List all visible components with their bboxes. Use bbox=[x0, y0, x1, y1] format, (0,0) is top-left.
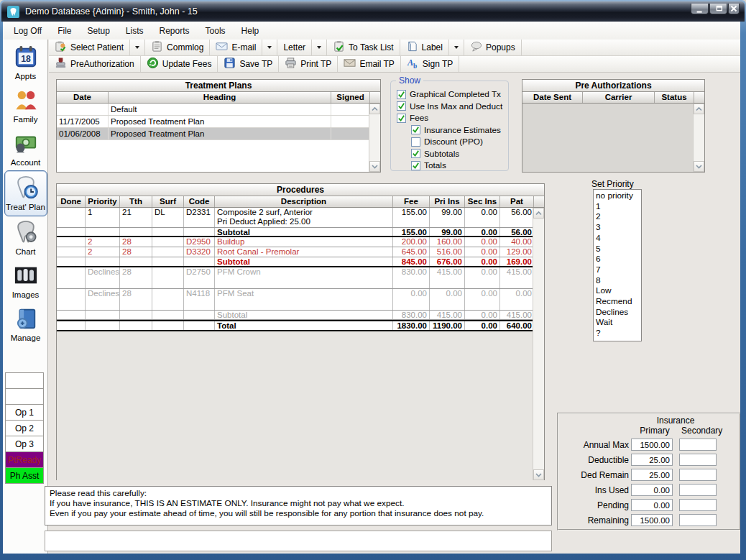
priority-option-low[interactable]: Low bbox=[596, 285, 641, 296]
scroll-up-button[interactable] bbox=[369, 104, 380, 114]
procedure-row[interactable]: Subtotal830.00415.000.00415.00 bbox=[57, 311, 534, 320]
letter-dropdown-arrow[interactable] bbox=[311, 40, 326, 55]
procedure-row[interactable]: Subtotal155.0099.000.0056.00 bbox=[57, 228, 534, 237]
print-tp-button[interactable]: Print TP bbox=[279, 56, 338, 72]
procedure-row[interactable]: Subtotal845.00676.000.00169.00 bbox=[57, 257, 534, 267]
letter-button[interactable]: Letter bbox=[277, 40, 327, 55]
treatment-plan-row[interactable]: Default bbox=[57, 104, 380, 116]
priority-option-wait[interactable]: Wait bbox=[596, 317, 641, 328]
insurance-primary-value[interactable]: 1500.00 bbox=[631, 439, 673, 451]
show-option-use-ins-max-and-deduct[interactable]: Use Ins Max and Deduct bbox=[397, 101, 508, 113]
module-manage[interactable]: Manage bbox=[4, 303, 47, 346]
checked-checkbox[interactable] bbox=[411, 149, 420, 158]
commlog-button[interactable]: Commlog bbox=[145, 40, 210, 55]
scroll-down-button[interactable] bbox=[694, 161, 704, 172]
show-option-insurance-estimates[interactable]: Insurance Estimates bbox=[411, 124, 508, 137]
show-option-subtotals[interactable]: Subtotals bbox=[411, 148, 508, 160]
show-option-graphical-completed-tx[interactable]: Graphical Completed Tx bbox=[397, 88, 508, 101]
priority-option-recmend[interactable]: Recmend bbox=[596, 296, 641, 307]
menu-reports[interactable]: Reports bbox=[152, 24, 198, 38]
scroll-down-button[interactable] bbox=[533, 469, 544, 480]
checked-checkbox[interactable] bbox=[397, 114, 406, 123]
procedure-row[interactable]: 228D2950Buildup200.00160.000.0040.00 bbox=[57, 237, 534, 247]
treatment-plan-row[interactable]: 01/06/2008Proposed Treatment Plan bbox=[57, 128, 380, 140]
preauthorization-button[interactable]: PreAuthorization bbox=[49, 56, 141, 72]
op-cell-ph-asst[interactable]: Ph Asst bbox=[5, 467, 44, 484]
procedure-row[interactable]: Declines28N4118PFM Seat0.000.000.000.00 bbox=[57, 289, 534, 311]
menu-tools[interactable]: Tools bbox=[198, 24, 234, 38]
checked-checkbox[interactable] bbox=[397, 101, 406, 111]
insurance-primary-value[interactable]: 25.00 bbox=[631, 454, 673, 466]
treatment-plan-row[interactable]: 11/17/2005Proposed Treatment Plan bbox=[57, 116, 380, 128]
menu-help[interactable]: Help bbox=[234, 24, 267, 38]
procedure-row[interactable]: 121DLD2331Composite 2 surf, AnteriorPri … bbox=[57, 208, 534, 228]
priority-option-3[interactable]: 3 bbox=[596, 222, 641, 233]
op-cell-ptready[interactable]: PtReady bbox=[5, 451, 44, 468]
priority-option-7[interactable]: 7 bbox=[596, 265, 641, 275]
insurance-secondary-value[interactable] bbox=[679, 439, 717, 451]
label-dropdown-arrow[interactable] bbox=[448, 40, 464, 55]
unchecked-checkbox[interactable] bbox=[411, 137, 420, 147]
op-cell-op-3[interactable]: Op 3 bbox=[5, 436, 44, 452]
scrollbar[interactable] bbox=[693, 104, 704, 172]
insurance-secondary-value[interactable] bbox=[679, 484, 717, 496]
show-option-totals[interactable]: Totals bbox=[411, 160, 508, 172]
minimize-button[interactable] bbox=[691, 4, 709, 14]
update-fees-button[interactable]: Update Fees bbox=[141, 56, 218, 72]
bottom-note-input[interactable] bbox=[45, 531, 552, 551]
scroll-up-button[interactable] bbox=[533, 208, 544, 219]
checked-checkbox[interactable] bbox=[397, 90, 406, 99]
scroll-track[interactable] bbox=[694, 114, 704, 161]
scroll-up-button[interactable] bbox=[694, 104, 704, 114]
restore-button[interactable] bbox=[709, 4, 727, 14]
checked-checkbox[interactable] bbox=[411, 125, 420, 134]
menu-file[interactable]: File bbox=[50, 24, 79, 38]
menu-lists[interactable]: Lists bbox=[118, 24, 152, 38]
module-treat-plan[interactable]: Treat' Plan bbox=[4, 170, 47, 216]
insurance-primary-value[interactable]: 1500.00 bbox=[631, 514, 673, 526]
op-cell-blank[interactable] bbox=[5, 388, 44, 405]
show-option-discount-ppo[interactable]: Discount (PPO) bbox=[411, 136, 508, 148]
insurance-primary-value[interactable]: 0.00 bbox=[631, 484, 673, 496]
op-cell-blank[interactable] bbox=[5, 372, 44, 389]
priority-option-4[interactable]: 4 bbox=[596, 233, 641, 244]
priority-option-2[interactable]: 2 bbox=[596, 211, 641, 222]
procedure-row[interactable]: Declines28D2750PFM Crown830.00415.000.00… bbox=[57, 267, 534, 289]
priority-option-5[interactable]: 5 bbox=[596, 244, 641, 254]
select-patient-button[interactable]: Select Patient bbox=[49, 40, 145, 55]
show-option-fees[interactable]: Fees bbox=[397, 112, 508, 124]
checked-checkbox[interactable] bbox=[411, 161, 420, 170]
select-patient-dropdown-arrow[interactable] bbox=[129, 40, 144, 55]
insurance-secondary-value[interactable] bbox=[679, 454, 717, 466]
scroll-track[interactable] bbox=[369, 114, 380, 161]
menu-log-off[interactable]: Log Off bbox=[6, 24, 50, 38]
save-tp-button[interactable]: Save TP bbox=[218, 56, 279, 72]
label-button[interactable]: Label bbox=[400, 40, 464, 55]
insurance-primary-value[interactable]: 25.00 bbox=[631, 469, 673, 481]
module-family[interactable]: Family bbox=[4, 84, 47, 127]
priority-option-6[interactable]: 6 bbox=[596, 254, 641, 265]
scrollbar[interactable] bbox=[533, 208, 544, 480]
scrollbar[interactable] bbox=[369, 104, 380, 172]
insurance-secondary-value[interactable] bbox=[679, 469, 717, 481]
close-button[interactable] bbox=[728, 4, 740, 14]
procedure-row[interactable]: Total1830.001190.000.00640.00 bbox=[57, 320, 534, 331]
scroll-track[interactable] bbox=[533, 219, 544, 469]
menu-setup[interactable]: Setup bbox=[79, 24, 117, 38]
priority-option-1[interactable]: 1 bbox=[596, 201, 641, 212]
insurance-secondary-value[interactable] bbox=[679, 514, 717, 526]
insurance-primary-value[interactable]: 0.00 bbox=[631, 499, 673, 511]
sign-tp-button[interactable]: AbSign TP bbox=[401, 56, 459, 72]
scroll-down-button[interactable] bbox=[369, 161, 380, 172]
priority-option-blank[interactable]: ? bbox=[596, 328, 641, 339]
op-cell-op-2[interactable]: Op 2 bbox=[5, 420, 44, 436]
module-images[interactable]: Images bbox=[4, 260, 47, 303]
priority-option-no-priority[interactable]: no priority bbox=[596, 191, 641, 201]
priority-option-8[interactable]: 8 bbox=[596, 275, 641, 286]
title-bar[interactable]: Demo Database {Admin} - Smith, John - 15 bbox=[1, 1, 745, 22]
module-account[interactable]: Account bbox=[4, 127, 47, 170]
e-mail-dropdown-arrow[interactable] bbox=[262, 40, 277, 55]
priority-option-declines[interactable]: Declines bbox=[596, 307, 641, 318]
popups-button[interactable]: Popups bbox=[464, 40, 522, 55]
e-mail-button[interactable]: E-mail bbox=[210, 40, 277, 55]
